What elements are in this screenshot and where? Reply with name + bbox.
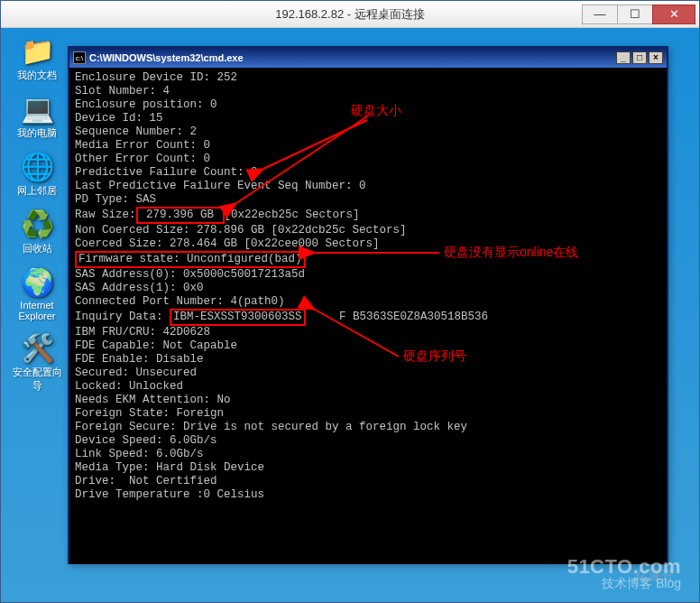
cmd-close-button[interactable]: ×: [649, 51, 663, 64]
cmd-line: Secured: Unsecured: [75, 366, 197, 379]
cmd-icon: c:\: [73, 51, 86, 64]
cmd-line: FDE Enable: Disable: [75, 353, 204, 366]
cmd-line: Coerced Size: 278.464 GB [0x22cee000 Sec…: [75, 237, 380, 250]
cmd-line: Foreign Secure: Drive is not secured by …: [75, 421, 467, 433]
cmd-line: SAS Address(1): 0x0: [75, 282, 204, 294]
folder-icon: 📁: [10, 35, 64, 67]
highlight-disk-size: 279.396 GB: [136, 207, 225, 224]
icon-label: 我的电脑: [17, 127, 57, 138]
cmd-line: Drive Temperature :0 Celsius: [75, 488, 264, 501]
cmd-line: Enclosure Device ID: 252: [75, 71, 237, 84]
ie-icon: 🌍: [10, 266, 64, 298]
cmd-line: SAS Address(0): 0x5000c50017213a5d: [75, 268, 305, 281]
recycle-icon: ♻️: [10, 209, 64, 240]
icon-label: 安全配置向导: [13, 366, 62, 391]
cmd-line: Device Speed: 6.0Gb/s: [75, 434, 224, 447]
icon-label: 回收站: [23, 243, 52, 254]
computer-icon: 💻: [10, 93, 64, 125]
cmd-line: Foreign State: Foreign: [75, 407, 231, 420]
highlight-firmware-state: Firmware state: Unconfigured(bad): [75, 251, 306, 268]
icon-security[interactable]: 🛠️安全配置向导: [10, 332, 64, 393]
network-icon: 🌐: [10, 151, 64, 182]
desktop-icons: 📁我的文档 💻我的电脑 🌐网上邻居 ♻️回收站 🌍Internet Explor…: [10, 35, 64, 404]
cmd-line: FDE Capable: Not Capable: [75, 339, 237, 352]
cmd-line: Connected Port Number: 4(path0): [75, 295, 291, 308]
cmd-line: Slot Number: 4: [75, 85, 170, 97]
icon-ie[interactable]: 🌍Internet Explorer: [10, 266, 64, 321]
icon-recycle[interactable]: ♻️回收站: [10, 209, 64, 255]
cmd-minimize-button[interactable]: _: [616, 51, 631, 64]
rdp-title: 192.168.2.82 - 远程桌面连接: [275, 6, 424, 23]
icon-computer[interactable]: 💻我的电脑: [10, 93, 64, 140]
cmd-line-rawsize-prefix: Raw Size:: [75, 209, 136, 221]
watermark-51cto: 51CTO.com 技术博客 Blog: [567, 559, 681, 591]
cmd-line: Locked: Unlocked: [75, 380, 183, 393]
watermark-line1: 51CTO.com: [567, 559, 681, 575]
highlight-serial: IBM-ESXSST9300603SS: [170, 309, 306, 326]
cmd-line-inquiry-prefix: Inquiry Data:: [75, 311, 170, 323]
maximize-button[interactable]: ☐: [617, 5, 653, 24]
cmd-line-inquiry-suffix: F B5363SE0Z8A30518B536: [306, 311, 489, 323]
annotation-disk-size: 硬盘大小: [351, 104, 401, 117]
cmd-line: Media Type: Hard Disk Device: [75, 461, 264, 474]
cmd-line: Needs EKM Attention: No: [75, 394, 231, 406]
cmd-output: Enclosure Device ID: 252 Slot Number: 4 …: [69, 68, 667, 564]
cmd-titlebar[interactable]: c:\ C:\WINDOWS\system32\cmd.exe _ □ ×: [69, 48, 667, 68]
cmd-window[interactable]: c:\ C:\WINDOWS\system32\cmd.exe _ □ × En…: [68, 46, 668, 564]
cmd-line: Device Id: 15: [75, 112, 163, 125]
annotation-serial: 硬盘序列号: [403, 349, 466, 363]
icon-label: Internet Explorer: [19, 300, 56, 321]
close-button[interactable]: ✕: [652, 5, 695, 24]
cmd-line: Enclosure position: 0: [75, 98, 217, 111]
cmd-line: Last Predictive Failure Event Seq Number…: [75, 180, 366, 192]
cmd-line: Predictive Failure Count: 0: [75, 166, 258, 179]
cmd-maximize-button[interactable]: □: [632, 51, 647, 64]
icon-documents[interactable]: 📁我的文档: [10, 35, 64, 82]
svg-line-2: [263, 120, 367, 169]
window-controls: — ☐ ✕: [583, 5, 695, 24]
cmd-line-rawsize-suffix: [0x22ecb25c Sectors]: [225, 209, 360, 221]
rdp-titlebar: 192.168.2.82 - 远程桌面连接 — ☐ ✕: [1, 1, 699, 28]
icon-network[interactable]: 🌐网上邻居: [10, 151, 64, 198]
annotation-firmware-state: 硬盘没有显示online在线: [444, 246, 578, 259]
cmd-line: Sequence Number: 2: [75, 125, 197, 138]
cmd-line: Other Error Count: 0: [75, 153, 210, 165]
cmd-line: Media Error Count: 0: [75, 139, 210, 152]
security-icon: 🛠️: [10, 332, 64, 364]
icon-label: 网上邻居: [17, 185, 57, 196]
cmd-line: IBM FRU/CRU: 42D0628: [75, 326, 210, 339]
icon-label: 我的文档: [17, 70, 57, 80]
cmd-line: PD Type: SAS: [75, 193, 156, 206]
cmd-line: Link Speed: 6.0Gb/s: [75, 448, 210, 460]
minimize-button[interactable]: —: [582, 5, 618, 24]
remote-desktop: 📁我的文档 💻我的电脑 🌐网上邻居 ♻️回收站 🌍Internet Explor…: [1, 28, 699, 602]
cmd-line: Drive: Not Certified: [75, 475, 217, 487]
cmd-line: Non Coerced Size: 278.896 GB [0x22dcb25c…: [75, 224, 407, 237]
cmd-title: C:\WINDOWS\system32\cmd.exe: [89, 52, 616, 63]
